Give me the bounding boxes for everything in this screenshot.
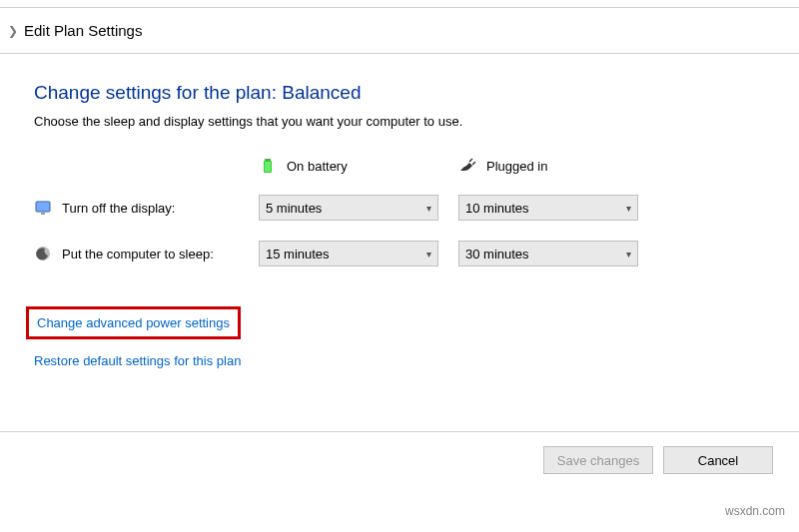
sleep-battery-value: 15 minutes xyxy=(266,247,330,262)
breadcrumb: ❯ Edit Plan Settings xyxy=(0,8,799,54)
watermark: wsxdn.com xyxy=(725,504,785,518)
content-area: Change settings for the plan: Balanced C… xyxy=(0,54,799,382)
footer-buttons: Save changes Cancel xyxy=(0,431,799,474)
row-sleep: Put the computer to sleep: xyxy=(34,245,259,263)
restore-defaults-link[interactable]: Restore default settings for this plan xyxy=(34,353,241,368)
display-icon xyxy=(34,199,52,217)
svg-line-3 xyxy=(469,159,472,162)
chevron-down-icon: ▾ xyxy=(626,203,631,214)
svg-line-4 xyxy=(472,162,475,165)
chevron-down-icon: ▾ xyxy=(626,249,631,260)
save-button: Save changes xyxy=(543,446,653,474)
display-battery-select[interactable]: 5 minutes ▾ xyxy=(259,195,438,221)
settings-grid: On battery Plugged in Turn off the displ… xyxy=(34,157,765,266)
chevron-right-icon: ❯ xyxy=(8,24,18,38)
page-subtitle: Choose the sleep and display settings th… xyxy=(34,114,765,129)
sleep-plugged-value: 30 minutes xyxy=(465,247,529,262)
links-section: Change advanced power settings Restore d… xyxy=(34,306,765,382)
page-title: Change settings for the plan: Balanced xyxy=(34,82,765,104)
battery-icon xyxy=(259,157,277,175)
column-plugged-in-label: Plugged in xyxy=(486,159,547,174)
column-on-battery: On battery xyxy=(259,157,458,175)
sleep-plugged-select[interactable]: 30 minutes ▾ xyxy=(458,241,638,266)
row-display-label: Turn off the display: xyxy=(62,201,175,216)
row-sleep-label: Put the computer to sleep: xyxy=(62,247,214,262)
display-plugged-value: 10 minutes xyxy=(465,201,529,216)
top-divider xyxy=(0,0,799,8)
sleep-battery-select[interactable]: 15 minutes ▾ xyxy=(259,241,438,266)
chevron-down-icon: ▾ xyxy=(426,249,431,260)
breadcrumb-label[interactable]: Edit Plan Settings xyxy=(24,22,142,39)
svg-rect-0 xyxy=(265,159,271,161)
chevron-down-icon: ▾ xyxy=(426,203,431,214)
row-display: Turn off the display: xyxy=(34,199,259,217)
svg-rect-6 xyxy=(41,213,45,215)
display-plugged-select[interactable]: 10 minutes ▾ xyxy=(458,195,638,221)
cancel-button[interactable]: Cancel xyxy=(663,446,773,474)
svg-rect-5 xyxy=(36,202,50,212)
svg-rect-2 xyxy=(265,162,271,172)
change-advanced-link[interactable]: Change advanced power settings xyxy=(26,306,241,339)
column-on-battery-label: On battery xyxy=(287,159,348,174)
plug-icon xyxy=(458,157,476,175)
display-battery-value: 5 minutes xyxy=(266,201,322,216)
column-plugged-in: Plugged in xyxy=(458,157,658,175)
sleep-icon xyxy=(34,245,52,263)
